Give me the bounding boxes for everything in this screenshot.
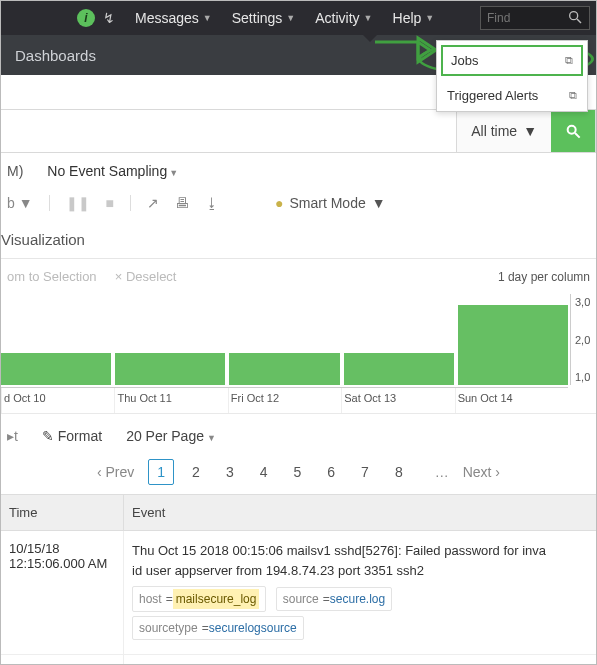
chart-bar[interactable] xyxy=(344,353,454,385)
pager: ‹ Prev 12345678 … Next › xyxy=(1,458,596,494)
y-tick: 1,0 xyxy=(575,371,590,383)
col-time[interactable]: Time xyxy=(1,495,123,530)
pager-page[interactable]: 1 xyxy=(148,459,174,485)
search-button[interactable] xyxy=(551,110,595,152)
dropdown-item-triggered-alerts[interactable]: Triggered Alerts ⧉ xyxy=(437,80,587,111)
menu-pointer-icon xyxy=(362,34,378,42)
svg-point-0 xyxy=(570,11,578,19)
col-event[interactable]: Event xyxy=(123,495,596,530)
pager-next[interactable]: Next › xyxy=(463,464,500,480)
chart-bar[interactable] xyxy=(229,353,339,385)
list-controls: ▸t ✎ Format 20 Per Page▼ xyxy=(1,414,596,458)
cell-time: 10/15/18 12:15:06.000 AM xyxy=(1,531,123,654)
tag-source[interactable]: source= secure.log xyxy=(276,587,392,611)
cell-event: Thu Oct 15 2018 00:15:06 mailsv1 sshd[10… xyxy=(123,655,596,665)
caret-down-icon: ▼ xyxy=(425,13,434,23)
external-link-icon: ⧉ xyxy=(565,54,573,67)
tag-sourcetype[interactable]: sourcetype= securelogsource xyxy=(132,616,304,640)
chart-bar[interactable] xyxy=(1,353,111,385)
chart-bar[interactable] xyxy=(115,353,225,385)
dropdown-item-label: Jobs xyxy=(451,53,478,68)
x-tick: d Oct 10 xyxy=(1,388,114,413)
zoom-to-selection-button[interactable]: om to Selection xyxy=(7,269,97,284)
share-icon[interactable]: ↗ xyxy=(147,195,159,211)
smart-mode-button[interactable]: ● Smart Mode ▼ xyxy=(275,195,386,211)
timeline-scale-label: 1 day per column xyxy=(498,270,590,284)
download-icon[interactable]: ⭳ xyxy=(205,195,219,211)
pager-page[interactable]: 5 xyxy=(286,460,310,484)
info-icon[interactable]: i xyxy=(77,9,95,27)
print-icon[interactable]: 🖶 xyxy=(175,195,189,211)
events-table-header: Time Event xyxy=(1,494,596,531)
find-box[interactable] xyxy=(480,6,590,30)
y-tick: 2,0 xyxy=(575,334,590,346)
search-icon[interactable] xyxy=(567,9,583,28)
format-button[interactable]: ✎ Format xyxy=(42,428,102,444)
svg-line-1 xyxy=(577,19,581,23)
event-sampling-button[interactable]: No Event Sampling▼ xyxy=(47,163,178,179)
dropdown-item-jobs[interactable]: Jobs ⧉ xyxy=(441,45,583,76)
menu-messages[interactable]: Messages▼ xyxy=(125,10,222,26)
pager-page[interactable]: 8 xyxy=(387,460,411,484)
pager-ellipsis: … xyxy=(435,464,449,480)
table-row[interactable]: 10/15/18 12:15:06.000 AM Thu Oct 15 2018… xyxy=(1,531,596,655)
tab-visualization[interactable]: Visualization xyxy=(1,225,596,259)
menu-help[interactable]: Help▼ xyxy=(383,10,445,26)
topbar: i ↯ Messages▼ Settings▼ Activity▼ Help▼ xyxy=(1,1,596,35)
timeline-controls: om to Selection × Deselect 1 day per col… xyxy=(1,259,596,294)
x-tick: Sat Oct 13 xyxy=(341,388,454,413)
x-tick: Fri Oct 12 xyxy=(228,388,341,413)
cell-time: 10/15/18 12:15:06.000 AM xyxy=(1,655,123,665)
pause-icon[interactable]: ❚❚ xyxy=(66,195,90,211)
deselect-button[interactable]: × Deselect xyxy=(115,269,177,284)
bulb-icon: ● xyxy=(275,195,283,211)
app-title: Dashboards xyxy=(15,47,96,64)
pager-page[interactable]: 4 xyxy=(252,460,276,484)
time-range-picker[interactable]: All time▼ xyxy=(456,110,551,152)
caret-down-icon: ▼ xyxy=(372,195,386,211)
svg-line-4 xyxy=(575,133,580,138)
y-tick: 3,0 xyxy=(575,296,590,308)
tag-host[interactable]: host= mailsecure_log xyxy=(132,586,266,612)
menu-settings[interactable]: Settings▼ xyxy=(222,10,306,26)
pager-page[interactable]: 6 xyxy=(319,460,343,484)
search-query-area[interactable] xyxy=(1,110,456,152)
external-link-icon: ⧉ xyxy=(569,89,577,102)
caret-down-icon: ▼ xyxy=(364,13,373,23)
svg-point-3 xyxy=(568,126,576,134)
search-row: All time▼ xyxy=(1,109,596,153)
activity-dropdown: Jobs ⧉ Triggered Alerts ⧉ xyxy=(436,40,588,112)
row-expand-icon[interactable]: ▸t xyxy=(7,428,18,444)
pager-page[interactable]: 2 xyxy=(184,460,208,484)
sampling-row: M) No Event Sampling▼ xyxy=(1,153,596,189)
find-input[interactable] xyxy=(487,11,567,25)
menu-activity[interactable]: Activity▼ xyxy=(305,10,382,26)
stop-icon[interactable]: ■ xyxy=(106,195,114,211)
dropdown-item-label: Triggered Alerts xyxy=(447,88,538,103)
pager-page[interactable]: 3 xyxy=(218,460,242,484)
mode-fragment: M) xyxy=(7,163,23,179)
caret-down-icon: ▼ xyxy=(523,123,537,139)
caret-down-icon: ▼ xyxy=(203,13,212,23)
table-row[interactable]: 10/15/18 12:15:06.000 AM Thu Oct 15 2018… xyxy=(1,655,596,665)
x-tick: Sun Oct 14 xyxy=(455,388,568,413)
job-controls-row: b ▼ ❚❚ ■ ↗ 🖶 ⭳ ● Smart Mode ▼ xyxy=(1,189,596,225)
caret-down-icon: ▼ xyxy=(286,13,295,23)
pager-prev[interactable]: ‹ Prev xyxy=(97,464,134,480)
caret-down-icon: ▼ xyxy=(207,433,216,443)
cell-event: Thu Oct 15 2018 00:15:06 mailsv1 sshd[52… xyxy=(123,531,596,654)
caret-down-icon: ▼ xyxy=(169,168,178,178)
timeline-chart[interactable]: d Oct 10Thu Oct 11Fri Oct 12Sat Oct 13Su… xyxy=(1,294,596,414)
job-menu-button[interactable]: b ▼ xyxy=(7,195,33,211)
per-page-button[interactable]: 20 Per Page▼ xyxy=(126,428,216,444)
x-tick: Thu Oct 11 xyxy=(114,388,227,413)
caret-down-icon: ▼ xyxy=(15,195,33,211)
chart-bar[interactable] xyxy=(458,305,568,385)
event-tags: host= mailsecure_log source= secure.log … xyxy=(132,586,588,644)
pager-page[interactable]: 7 xyxy=(353,460,377,484)
actions-icon[interactable]: ↯ xyxy=(103,10,115,26)
